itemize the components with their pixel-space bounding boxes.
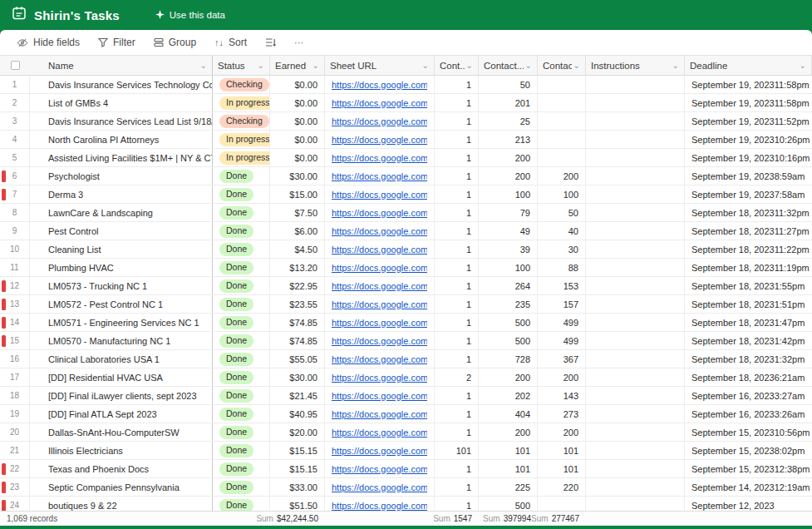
earned-cell[interactable]: $15.00 — [270, 185, 325, 203]
name-cell[interactable]: [DD] Final iLawyer clients, sept 2023 — [30, 387, 213, 404]
contact1-cell[interactable]: 500 — [479, 497, 538, 511]
table-row[interactable]: 17 [DD] Residential HVAC USA Done $30.00… — [0, 368, 812, 387]
earned-cell[interactable]: $40.95 — [270, 405, 325, 423]
name-cell[interactable]: LawnCare & Landscaping — [30, 204, 213, 221]
name-cell[interactable]: Plumbing HVAC — [30, 259, 213, 276]
select-all-checkbox[interactable] — [0, 56, 30, 75]
status-cell[interactable]: In progress — [213, 94, 270, 111]
name-cell[interactable]: LM0571 - Engineering Services NC 1 — [30, 314, 213, 331]
cont-cell[interactable]: 1 — [435, 350, 479, 368]
deadline-cell[interactable]: September 19, 2023 8:59am — [685, 167, 812, 185]
column-header-contact1[interactable]: Contact... ⌄ — [479, 56, 538, 75]
table-row[interactable]: 4 North Carolina PI Attorneys In progres… — [0, 131, 812, 149]
cont-cell[interactable]: 1 — [435, 387, 479, 404]
row-number-cell[interactable]: 23 — [0, 478, 30, 496]
contact2-cell[interactable]: 499 — [538, 332, 586, 349]
sheet-url-cell[interactable]: https://docs.google.com/s... — [325, 295, 435, 313]
deadline-cell[interactable]: September 18, 2023 6:21am — [685, 368, 812, 386]
row-number-cell[interactable]: 12 — [0, 277, 30, 294]
contact2-cell[interactable]: 30 — [538, 240, 586, 258]
row-height-button[interactable] — [265, 37, 276, 47]
instructions-cell[interactable] — [586, 423, 685, 441]
deadline-cell[interactable]: September 18, 2023 1:51pm — [685, 295, 812, 313]
instructions-cell[interactable] — [586, 112, 685, 130]
sheet-url-cell[interactable]: https://docs.google.com/s... — [325, 332, 435, 349]
instructions-cell[interactable] — [586, 259, 685, 276]
instructions-cell[interactable] — [586, 295, 685, 313]
cont-cell[interactable]: 1 — [435, 405, 479, 423]
cont-cell[interactable]: 1 — [435, 277, 479, 294]
sheet-url-link[interactable]: https://docs.google.com/s... — [332, 153, 427, 163]
earned-cell[interactable]: $33.00 — [270, 478, 325, 496]
sheet-url-link[interactable]: https://docs.google.com/s... — [332, 171, 427, 181]
row-number-cell[interactable]: 21 — [0, 442, 30, 459]
name-cell[interactable]: boutiques 9 & 22 — [30, 497, 213, 511]
sheet-url-link[interactable]: https://docs.google.com/s... — [332, 299, 427, 309]
instructions-cell[interactable] — [586, 460, 685, 477]
contact2-cell[interactable]: 101 — [538, 442, 586, 459]
contact1-cell[interactable]: 79 — [479, 204, 538, 221]
column-header-contact2[interactable]: Contact... ⌄ — [538, 56, 586, 75]
contact1-cell[interactable]: 213 — [479, 131, 538, 148]
contact1-cell[interactable]: 201 — [479, 94, 538, 111]
deadline-cell[interactable]: September 14, 2023 12:19am — [685, 478, 812, 496]
name-cell[interactable]: Illinois Electricians — [30, 442, 213, 459]
contact1-cell[interactable]: 39 — [479, 240, 538, 258]
status-cell[interactable]: Done — [213, 478, 270, 496]
name-cell[interactable]: Davis Insurance Services Technology Comp… — [30, 76, 213, 93]
contact1-cell[interactable]: 235 — [479, 295, 538, 313]
contact2-cell[interactable] — [538, 76, 586, 93]
instructions-cell[interactable] — [586, 442, 685, 459]
row-number-cell[interactable]: 17 — [0, 368, 30, 386]
earned-cell[interactable]: $20.00 — [270, 423, 325, 441]
status-cell[interactable]: In progress — [213, 149, 270, 166]
contact2-cell[interactable]: 101 — [538, 460, 586, 477]
table-row[interactable]: 13 LM0572 - Pest Control NC 1 Done $23.5… — [0, 295, 812, 314]
table-row[interactable]: 20 Dallas-SnAnt-Hou-ComputerSW Done $20.… — [0, 423, 812, 442]
sheet-url-cell[interactable]: https://docs.google.com/s... — [325, 387, 435, 404]
deadline-cell[interactable]: September 18, 2023 11:27pm — [685, 222, 812, 240]
hide-fields-button[interactable]: Hide fields — [17, 37, 80, 48]
instructions-cell[interactable] — [586, 240, 685, 258]
sheet-url-link[interactable]: https://docs.google.com/s... — [332, 263, 427, 273]
sheet-url-cell[interactable]: https://docs.google.com/s... — [325, 314, 435, 331]
instructions-cell[interactable] — [586, 167, 685, 185]
column-header-deadline[interactable]: Deadline ⌄ — [685, 56, 812, 75]
table-row[interactable]: 14 LM0571 - Engineering Services NC 1 Do… — [0, 314, 812, 332]
table-row[interactable]: 3 Davis Insurance Services Lead List 9/1… — [0, 112, 812, 131]
earned-cell[interactable]: $74.85 — [270, 332, 325, 349]
table-row[interactable]: 1 Davis Insurance Services Technology Co… — [0, 76, 812, 94]
deadline-cell[interactable]: September 19, 2023 10:16pm — [685, 149, 812, 166]
contact2-cell[interactable]: 499 — [538, 314, 586, 331]
status-cell[interactable]: Done — [213, 295, 270, 313]
cont-cell[interactable]: 1 — [435, 332, 479, 349]
table-row[interactable]: 22 Texas and Phoenix Docs Done $15.15 ht… — [0, 460, 812, 478]
table-row[interactable]: 5 Assisted Living Facilities $1M+ | NY &… — [0, 149, 812, 167]
sheet-url-link[interactable]: https://docs.google.com/s... — [332, 409, 427, 419]
cont-cell[interactable]: 1 — [435, 204, 479, 221]
sheet-url-cell[interactable]: https://docs.google.com/s... — [325, 76, 435, 93]
cont-cell[interactable]: 1 — [435, 222, 479, 240]
contact1-cell[interactable]: 500 — [479, 314, 538, 331]
contact1-cell[interactable]: 202 — [479, 387, 538, 404]
deadline-cell[interactable]: September 18, 2023 11:19pm — [685, 259, 812, 276]
row-number-cell[interactable]: 15 — [0, 332, 30, 349]
row-number-cell[interactable]: 2 — [0, 94, 30, 111]
earned-cell[interactable]: $0.00 — [270, 112, 325, 130]
table-row[interactable]: 23 Septic Companies Pennsylvania Done $3… — [0, 478, 812, 497]
contact1-cell[interactable]: 101 — [479, 442, 538, 459]
sheet-url-link[interactable]: https://docs.google.com/s... — [332, 318, 427, 328]
row-number-cell[interactable]: 8 — [0, 204, 30, 221]
contact2-cell[interactable]: 50 — [538, 204, 586, 221]
instructions-cell[interactable] — [586, 185, 685, 203]
cont-cell[interactable]: 1 — [435, 423, 479, 441]
cont-cell[interactable]: 1 — [435, 112, 479, 130]
deadline-cell[interactable]: September 18, 2023 1:32pm — [685, 350, 812, 368]
status-cell[interactable]: Done — [213, 497, 270, 511]
earned-cell[interactable]: $22.95 — [270, 277, 325, 294]
table-row[interactable]: 12 LM0573 - Trucking NC 1 Done $22.95 ht… — [0, 277, 812, 295]
name-cell[interactable]: Texas and Phoenix Docs — [30, 460, 213, 477]
contact1-cell[interactable]: 200 — [479, 423, 538, 441]
contact2-cell[interactable] — [538, 131, 586, 148]
sheet-url-link[interactable]: https://docs.google.com/s... — [332, 354, 427, 364]
